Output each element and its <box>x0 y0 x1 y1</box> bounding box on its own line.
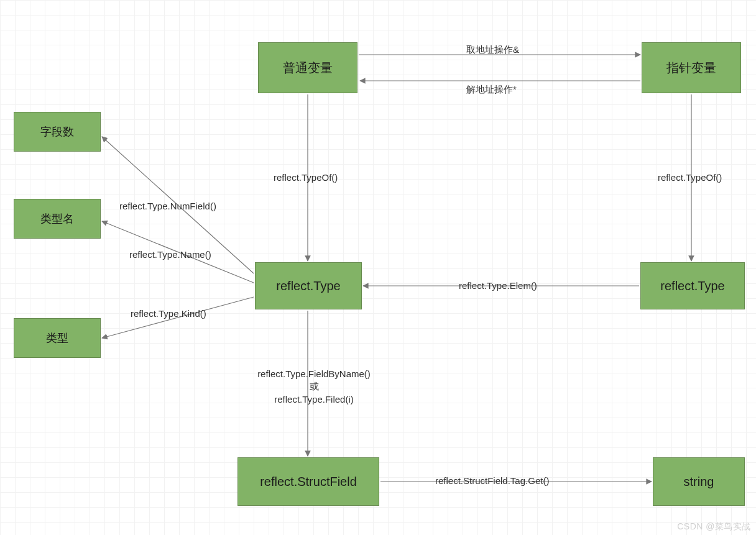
node-label: reflect.Type <box>276 279 340 293</box>
edge-label-tagget: reflect.StructField.Tag.Get() <box>435 475 549 487</box>
node-reflect-type-left: reflect.Type <box>255 262 362 309</box>
node-label: string <box>684 475 714 489</box>
edge-label-kind: reflect.Type.Kind() <box>131 308 206 320</box>
node-label: reflect.Type <box>660 279 724 293</box>
edge-label-name: reflect.Type.Name() <box>129 249 211 261</box>
node-string: string <box>653 457 745 506</box>
node-label: 字段数 <box>40 124 74 139</box>
node-label: 普通变量 <box>283 60 333 76</box>
node-kind: 类型 <box>14 318 101 358</box>
edge-label-fieldby: reflect.Type.FieldByName() 或 reflect.Typ… <box>252 368 376 406</box>
node-label: reflect.StructField <box>260 475 357 489</box>
diagram-canvas: 普通变量 指针变量 字段数 类型名 类型 reflect.Type reflec… <box>0 0 756 535</box>
node-reflect-structfield: reflect.StructField <box>237 457 379 506</box>
node-label: 指针变量 <box>666 60 716 76</box>
node-field-count: 字段数 <box>14 112 101 152</box>
edge-label-deref-op: 解地址操作* <box>466 83 517 96</box>
node-label: 类型名 <box>40 211 74 226</box>
node-reflect-type-right: reflect.Type <box>640 262 745 309</box>
edge-label-typeof-right: reflect.TypeOf() <box>658 171 722 184</box>
node-label: 类型 <box>46 331 68 345</box>
node-normal-variable: 普通变量 <box>258 42 357 93</box>
node-pointer-variable: 指针变量 <box>642 42 741 93</box>
watermark: CSDN @菜鸟实战 <box>677 521 751 533</box>
edge-label-typeof-left: reflect.TypeOf() <box>274 171 338 184</box>
edge-label-elem: reflect.Type.Elem() <box>459 280 537 292</box>
node-type-name: 类型名 <box>14 199 101 239</box>
edge-label-numfield: reflect.Type.NumField() <box>119 200 216 213</box>
edge-label-addr-op: 取地址操作& <box>466 43 519 56</box>
